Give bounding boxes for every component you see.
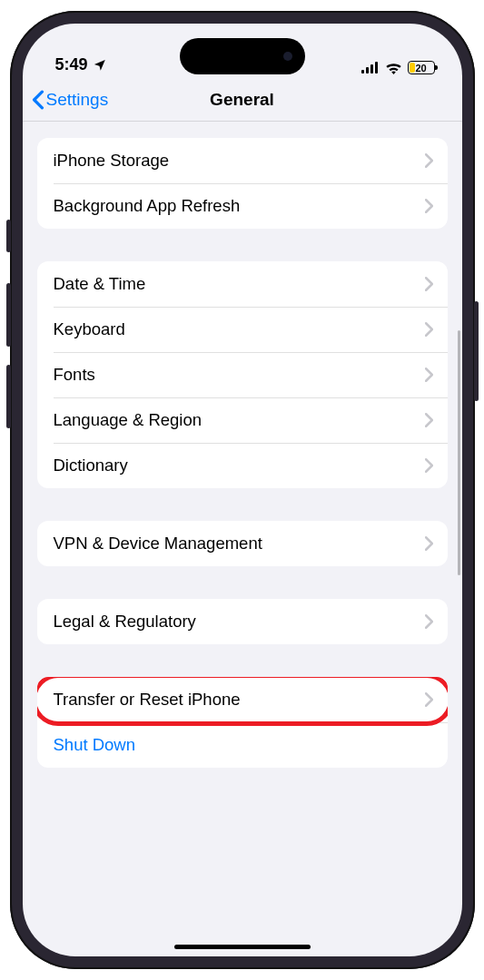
- scroll-indicator[interactable]: [458, 330, 460, 575]
- settings-content[interactable]: iPhone StorageBackground App RefreshDate…: [23, 122, 462, 956]
- settings-row-shut-down[interactable]: Shut Down: [37, 722, 448, 768]
- status-time: 5:49: [55, 55, 88, 74]
- side-button: [6, 365, 11, 428]
- row-label: Transfer or Reset iPhone: [54, 690, 241, 710]
- row-label: Legal & Regulatory: [54, 612, 196, 632]
- settings-group: Legal & Regulatory: [37, 599, 448, 644]
- page-title: General: [210, 90, 274, 110]
- row-label: Date & Time: [54, 274, 146, 294]
- svg-rect-1: [366, 67, 369, 74]
- battery-icon: 20: [408, 61, 435, 74]
- settings-row-date-time[interactable]: Date & Time: [37, 261, 448, 307]
- back-button[interactable]: Settings: [32, 90, 109, 110]
- settings-row-dictionary[interactable]: Dictionary: [37, 443, 448, 488]
- row-label: iPhone Storage: [54, 151, 170, 171]
- row-label: Language & Region: [54, 410, 202, 430]
- chevron-right-icon: [425, 153, 433, 168]
- svg-rect-2: [370, 64, 373, 74]
- chevron-right-icon: [425, 368, 433, 382]
- chevron-right-icon: [425, 199, 433, 213]
- nav-bar: Settings General: [23, 78, 462, 122]
- side-button: [6, 283, 11, 347]
- settings-group: iPhone StorageBackground App Refresh: [37, 138, 448, 229]
- svg-rect-3: [375, 62, 378, 74]
- home-indicator[interactable]: [174, 945, 311, 949]
- screen: 5:49: [23, 24, 462, 956]
- row-label: Dictionary: [54, 456, 128, 475]
- settings-row-vpn-device-management[interactable]: VPN & Device Management: [37, 521, 448, 566]
- row-label: VPN & Device Management: [54, 534, 262, 554]
- row-label: Keyboard: [54, 319, 125, 339]
- battery-level: 20: [409, 63, 434, 74]
- device-frame: 5:49: [10, 11, 475, 969]
- chevron-right-icon: [425, 614, 433, 629]
- chevron-right-icon: [425, 322, 433, 337]
- wifi-icon: [385, 62, 402, 74]
- side-button: [474, 301, 479, 401]
- settings-row-iphone-storage[interactable]: iPhone Storage: [37, 138, 448, 183]
- dynamic-island: [180, 38, 305, 74]
- settings-row-language-region[interactable]: Language & Region: [37, 397, 448, 443]
- settings-row-keyboard[interactable]: Keyboard: [37, 307, 448, 352]
- row-label: Shut Down: [54, 735, 136, 755]
- settings-group: VPN & Device Management: [37, 521, 448, 566]
- settings-row-fonts[interactable]: Fonts: [37, 352, 448, 397]
- chevron-right-icon: [425, 277, 433, 291]
- back-label: Settings: [46, 90, 109, 110]
- cellular-icon: [361, 62, 380, 74]
- chevron-left-icon: [32, 90, 44, 110]
- chevron-right-icon: [425, 692, 433, 707]
- settings-row-legal-regulatory[interactable]: Legal & Regulatory: [37, 599, 448, 644]
- settings-group: Date & TimeKeyboardFontsLanguage & Regio…: [37, 261, 448, 488]
- settings-row-transfer-reset[interactable]: Transfer or Reset iPhone: [37, 677, 448, 722]
- row-label: Fonts: [54, 365, 95, 385]
- svg-rect-0: [361, 70, 364, 74]
- settings-row-background-app-refresh[interactable]: Background App Refresh: [37, 183, 448, 229]
- chevron-right-icon: [425, 413, 433, 427]
- side-button: [6, 220, 11, 252]
- location-icon: [93, 58, 106, 72]
- row-label: Background App Refresh: [54, 196, 241, 216]
- chevron-right-icon: [425, 536, 433, 551]
- chevron-right-icon: [425, 458, 433, 473]
- settings-group: Transfer or Reset iPhoneShut Down: [37, 677, 448, 768]
